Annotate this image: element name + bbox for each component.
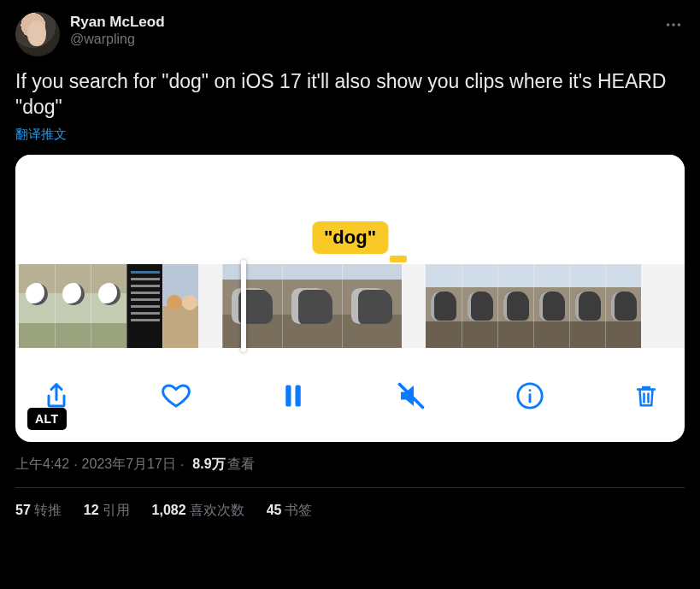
stat-number: 57 [15,503,31,517]
tweet-stats: 57转推 12引用 1,082喜欢次数 45书签 [15,488,685,520]
tweet-media[interactable]: "dog" [15,155,685,442]
clip-group[interactable] [426,264,641,348]
stat-number: 1,082 [152,503,186,517]
search-match-mark [390,256,407,262]
timeline-scrubber[interactable] [241,260,246,352]
meta-separator: · [180,457,184,473]
svg-point-0 [667,23,670,27]
stat-label: 转推 [34,503,62,517]
stat-label: 书签 [285,503,312,517]
svg-point-8 [528,389,531,392]
stat-label: 引用 [103,503,130,517]
trash-icon[interactable] [633,381,659,410]
pause-icon[interactable] [280,381,306,410]
stat-number: 45 [267,503,282,517]
clip-thumb [91,264,126,348]
clip-group[interactable] [19,264,198,348]
clip-thumb [569,264,605,348]
heart-icon[interactable] [161,380,191,411]
stat-number: 12 [84,503,99,517]
info-icon[interactable] [515,381,544,410]
author-handle: @warpling [70,32,662,47]
share-icon[interactable] [41,380,72,411]
clip-thumb [162,264,198,348]
translate-link[interactable]: 翻译推文 [15,127,67,143]
bookmarks-stat[interactable]: 45书签 [267,502,313,520]
quotes-stat[interactable]: 12引用 [84,502,130,520]
more-icon[interactable] [662,12,685,38]
video-timeline[interactable] [15,264,685,348]
clip-thumb [497,264,533,348]
tweet: Ryan McLeod @warpling If you search for … [0,0,700,520]
tweet-date[interactable]: 2023年7月17日 [82,456,176,474]
svg-point-1 [672,23,675,27]
clip-thumb [342,264,402,348]
media-controls [15,348,685,423]
clip-group[interactable] [222,264,402,348]
likes-stat[interactable]: 1,082喜欢次数 [152,502,244,520]
svg-rect-3 [286,386,291,407]
retweets-stat[interactable]: 57转推 [15,502,62,520]
alt-badge[interactable]: ALT [27,408,67,430]
clip-thumb [605,264,641,348]
clip-thumb [462,264,497,348]
clip-thumb [19,264,55,348]
author-block[interactable]: Ryan McLeod @warpling [70,12,662,47]
clip-thumb [533,264,569,348]
clip-thumb [55,264,91,348]
stat-label: 喜欢次数 [190,503,244,517]
svg-rect-4 [296,386,301,407]
views-count[interactable]: 8.9万 [192,456,225,474]
clip-thumb [126,264,162,348]
author-display-name: Ryan McLeod [70,14,662,31]
tweet-header: Ryan McLeod @warpling [15,12,685,56]
clip-thumb [222,264,282,348]
avatar[interactable] [15,12,60,56]
tweet-text: If you search for "dog" on iOS 17 it'll … [15,68,685,120]
clip-thumb [426,264,462,348]
meta-separator: · [74,457,77,473]
search-term-label: "dog" [312,221,388,254]
svg-point-2 [678,23,681,27]
media-preview-top: "dog" [15,155,685,264]
mute-icon[interactable] [396,380,426,411]
views-label: 查看 [227,456,255,474]
tweet-meta: 上午4:42 · 2023年7月17日 · 8.9万 查看 [15,456,685,474]
tweet-time[interactable]: 上午4:42 [15,456,69,474]
clip-thumb [282,264,342,348]
